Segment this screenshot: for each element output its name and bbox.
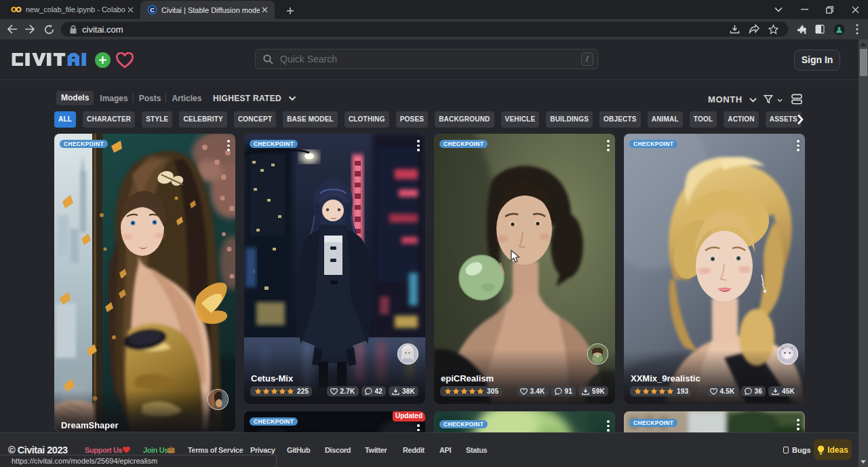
svg-text:C: C (150, 7, 155, 14)
